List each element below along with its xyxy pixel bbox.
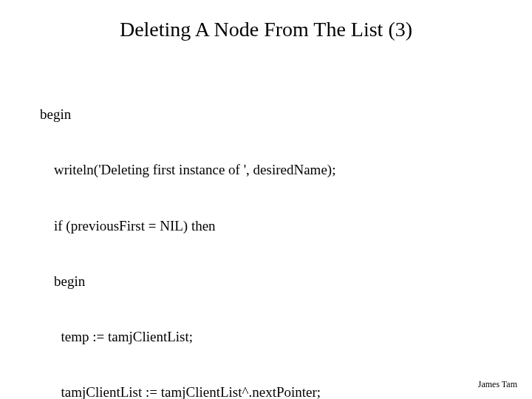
code-line: writeln('Deleting first instance of ', d… bbox=[40, 160, 335, 179]
code-line: begin bbox=[40, 272, 335, 290]
slide-title: Deleting A Node From The List (3) bbox=[0, 18, 532, 41]
code-line: begin bbox=[40, 105, 335, 123]
code-line: if (previousFirst = NIL) then bbox=[40, 216, 335, 235]
code-line: tamjClientList := tamjClientList^.nextPo… bbox=[40, 383, 335, 399]
code-block: begin writeln('Deleting first instance o… bbox=[40, 68, 335, 399]
slide: Deleting A Node From The List (3) begin … bbox=[0, 0, 532, 399]
code-line: temp := tamjClientList; bbox=[40, 327, 335, 346]
footer-author: James Tam bbox=[478, 379, 517, 390]
